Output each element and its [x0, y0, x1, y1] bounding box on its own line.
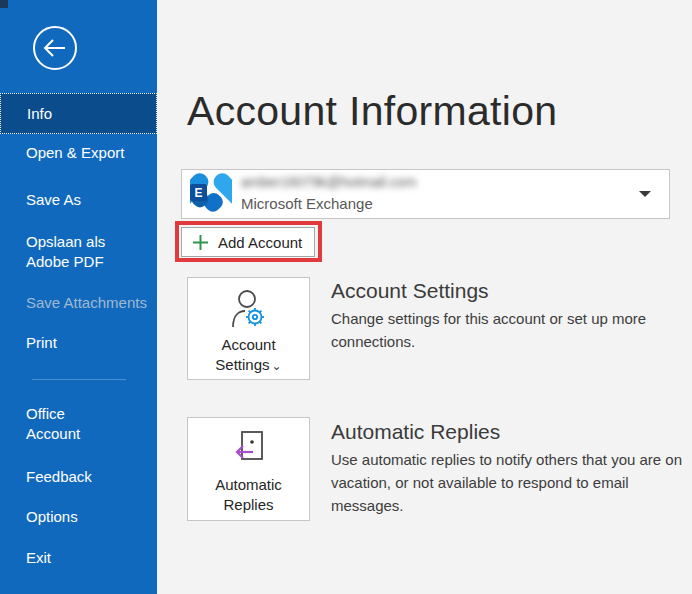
sidebar-item-save-as[interactable]: Save As [0, 190, 157, 210]
window-corner [0, 0, 8, 8]
account-selector-dropdown[interactable]: E amber16079k@hotmail.com Microsoft Exch… [181, 169, 670, 219]
sidebar-item-options[interactable]: Options [0, 507, 157, 527]
reply-document-icon [228, 429, 270, 471]
sidebar-item-opslaan-als-adobe-pdf[interactable]: Opslaan als Adobe PDF [0, 232, 120, 272]
account-information-pane: Account Information E amber16079k@hotmai… [157, 0, 692, 594]
automatic-replies-heading: Automatic Replies [331, 420, 500, 444]
account-settings-description: Change settings for this account or set … [331, 307, 692, 353]
account-settings-button[interactable]: Account Settings⌄ [187, 277, 310, 380]
account-settings-heading: Account Settings [331, 279, 489, 303]
back-arrow-icon [32, 25, 78, 71]
add-account-label: Add Account [218, 234, 302, 251]
back-button[interactable] [32, 25, 78, 71]
page-title: Account Information [187, 88, 557, 135]
backstage-sidebar: Info Open & Export Save As Opslaan als A… [0, 0, 157, 594]
automatic-replies-description: Use automatic replies to notify others t… [331, 448, 692, 517]
chevron-down-icon [639, 191, 651, 197]
sidebar-item-exit[interactable]: Exit [0, 548, 157, 568]
account-email-blurred: amber16079k@hotmail.com [241, 174, 416, 190]
sidebar-item-info[interactable]: Info [0, 93, 157, 134]
account-type-label: Microsoft Exchange [241, 195, 373, 212]
microsoft-exchange-icon: E [190, 173, 232, 215]
sidebar-item-label: Info [27, 104, 52, 124]
svg-text:E: E [194, 186, 202, 200]
account-settings-tile-label: Account Settings⌄ [199, 335, 299, 376]
add-account-button[interactable]: Add Account [181, 227, 315, 257]
sidebar-item-save-attachments: Save Attachments [0, 293, 157, 313]
tile-label-text: Account Settings [215, 336, 275, 373]
sidebar-item-office-account[interactable]: Office Account [0, 404, 100, 444]
automatic-replies-button[interactable]: Automatic Replies [187, 417, 310, 521]
person-gear-icon [226, 289, 272, 331]
sidebar-item-print[interactable]: Print [0, 333, 157, 353]
sidebar-item-open-export[interactable]: Open & Export [0, 143, 157, 163]
plus-icon [192, 234, 209, 251]
automatic-replies-tile-label: Automatic Replies [199, 475, 299, 515]
sidebar-divider [32, 379, 126, 380]
chevron-down-icon: ⌄ [272, 359, 282, 373]
sidebar-item-feedback[interactable]: Feedback [0, 467, 157, 487]
